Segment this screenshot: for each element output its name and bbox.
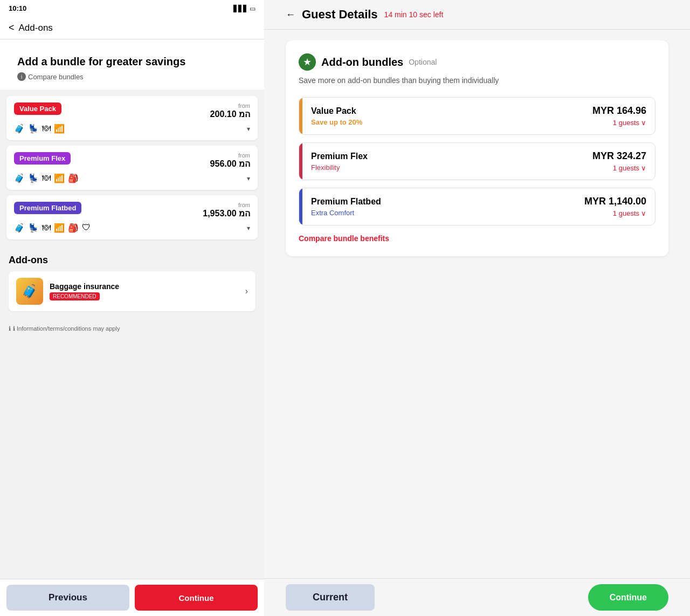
premium-flex-guests[interactable]: 1 guests ∨ <box>592 164 646 172</box>
web-bundle-item-value-pack[interactable]: Value Pack Save up to 20% MYR 164.96 1 g… <box>299 97 656 135</box>
web-bundle-item-premium-flatbed[interactable]: Premium Flatbed Extra Comfort MYR 1,140.… <box>299 188 656 225</box>
seat-icon: 💺 <box>28 223 39 233</box>
wifi-icon: 📶 <box>54 173 65 183</box>
premium-flatbed-price: from 1,953.00 המ <box>203 202 250 218</box>
right-panel: ← Guest Details 14 min 10 sec left ★ Add… <box>264 0 690 616</box>
info-icon: i <box>17 72 26 81</box>
value-pack-name: Value Pack <box>311 106 362 116</box>
current-button[interactable]: Current <box>286 584 375 611</box>
battery-icon: ▭ <box>250 5 256 12</box>
web-card-subtitle: Save more on add-on bundles than buying … <box>299 75 656 86</box>
seat-icon: 💺 <box>28 124 39 134</box>
previous-button[interactable]: Previous <box>6 585 129 611</box>
addons-section: Add-ons 🧳 Baggage insurance RECOMMENDED … <box>0 246 264 320</box>
chevron-down-icon: ∨ <box>641 164 646 172</box>
disclaimer-icon: ℹ <box>9 325 11 332</box>
value-pack-badge: Value Pack <box>14 102 61 115</box>
value-pack-tag: Save up to 20% <box>311 118 362 126</box>
web-back-arrow-icon[interactable]: ← <box>286 9 295 20</box>
status-time: 10:10 <box>9 4 26 12</box>
addons-section-title: Add-ons <box>9 255 256 266</box>
web-card-title: Add-on bundles <box>321 56 403 69</box>
mobile-content: Add a bundle for greater savings i Compa… <box>0 39 264 616</box>
web-timer: 14 min 10 sec left <box>384 10 444 19</box>
web-bundle-content: Premium Flex Flexibility MYR 324.27 1 gu… <box>302 143 655 180</box>
meal-icon: 🍽 <box>42 223 51 233</box>
web-bundle-item-premium-flex[interactable]: Premium Flex Flexibility MYR 324.27 1 gu… <box>299 142 656 180</box>
web-bundle-list: Value Pack Save up to 20% MYR 164.96 1 g… <box>299 97 656 225</box>
mobile-status-bar: 10:10 ▋▋▋ ▭ <box>0 0 264 17</box>
mobile-header: < Add-ons <box>0 17 264 39</box>
compare-bundles-link[interactable]: i Compare bundles <box>9 70 256 87</box>
value-pack-icons-row: 🧳 💺 🍽 📶 ▾ <box>14 124 250 134</box>
meal-icon: 🍽 <box>42 173 51 183</box>
value-pack-price-right: MYR 164.96 1 guests ∨ <box>592 105 646 127</box>
disclaimer: ℹ ℹ Information/terms/conditions may app… <box>0 320 264 365</box>
premium-flex-tag: Flexibility <box>311 163 368 172</box>
web-header: ← Guest Details 14 min 10 sec left <box>264 0 690 29</box>
value-pack-price: from 200.10 המ <box>210 102 250 119</box>
premium-flex-badge: Premium Flex <box>14 152 71 165</box>
premium-flex-name: Premium Flex <box>311 152 368 161</box>
value-pack-guests[interactable]: 1 guests ∨ <box>592 119 646 127</box>
value-pack-price-web: MYR 164.96 <box>592 105 646 117</box>
chevron-down-icon: ∨ <box>641 119 646 127</box>
value-pack-dropdown[interactable]: ▾ <box>247 125 250 133</box>
addon-name: Baggage insurance <box>50 282 119 291</box>
premium-flatbed-guests[interactable]: 1 guests ∨ <box>584 209 646 217</box>
addon-recommended-badge: RECOMMENDED <box>50 292 100 300</box>
premium-flex-icons: 🧳 💺 🍽 📶 🎒 <box>14 173 79 183</box>
mobile-header-title: Add-ons <box>19 23 53 33</box>
bundle-card-value-pack[interactable]: Value Pack from 200.10 המ 🧳 💺 🍽 📶 ▾ <box>6 96 258 140</box>
wifi-icon: 📶 <box>54 223 65 233</box>
bundle-card-premium-flex[interactable]: Premium Flex from 956.00 המ 🧳 💺 🍽 📶 🎒 ▾ <box>6 146 258 190</box>
bag-icon: 🎒 <box>68 223 79 233</box>
premium-flex-icons-row: 🧳 💺 🍽 📶 🎒 ▾ <box>14 173 250 183</box>
premium-flex-price-web: MYR 324.27 <box>592 150 646 162</box>
web-card-optional: Optional <box>409 58 437 66</box>
premium-flatbed-name: Premium Flatbed <box>311 197 381 207</box>
status-icons: ▋▋▋ ▭ <box>233 5 256 12</box>
star-icon: ★ <box>299 53 316 71</box>
addon-info: Baggage insurance RECOMMENDED <box>50 282 119 300</box>
bundle-section-title: Add a bundle for greater savings <box>9 47 256 70</box>
back-arrow-icon[interactable]: < <box>9 22 15 33</box>
web-divider <box>264 29 690 30</box>
suitcase-icon: 🧳 <box>14 124 25 134</box>
disclaimer-text: ℹ Information/terms/conditions may apply <box>13 325 120 332</box>
addon-card-baggage[interactable]: 🧳 Baggage insurance RECOMMENDED › <box>9 271 256 311</box>
suitcase-icon: 🧳 <box>14 223 25 233</box>
web-card-header: ★ Add-on bundles Optional <box>299 53 656 71</box>
premium-flatbed-icons-row: 🧳 💺 🍽 📶 🎒 🛡 ▾ <box>14 223 250 233</box>
continue-button-left[interactable]: Continue <box>135 585 258 611</box>
premium-flatbed-price-web: MYR 1,140.00 <box>584 196 646 207</box>
premium-flatbed-dropdown[interactable]: ▾ <box>247 224 250 232</box>
meal-icon: 🍽 <box>42 124 51 134</box>
addon-bundles-card: ★ Add-on bundles Optional Save more on a… <box>286 40 668 256</box>
suitcase-icon: 🧳 <box>14 173 25 183</box>
web-bundle-content: Value Pack Save up to 20% MYR 164.96 1 g… <box>302 98 655 134</box>
mobile-bottom-bar: Previous Continue <box>0 579 264 616</box>
shield-icon: 🛡 <box>82 223 91 233</box>
value-pack-icons: 🧳 💺 🍽 📶 <box>14 124 65 134</box>
bundle-card-premium-flatbed[interactable]: Premium Flatbed from 1,953.00 המ 🧳 💺 🍽 📶… <box>6 195 258 239</box>
signal-icon: ▋▋▋ <box>233 5 248 12</box>
web-bottom-bar: Current Continue <box>264 578 690 616</box>
premium-flatbed-tag: Extra Comfort <box>311 209 381 217</box>
bundle-section-header: Add a bundle for greater savings i Compa… <box>0 39 264 90</box>
compare-bundle-benefits-link[interactable]: Compare bundle benefits <box>299 234 389 243</box>
baggage-icon: 🧳 <box>16 278 43 305</box>
chevron-down-icon: ∨ <box>641 209 646 217</box>
wifi-icon: 📶 <box>54 124 65 134</box>
premium-flex-price: from 956.00 המ <box>210 152 250 169</box>
premium-flatbed-price-right: MYR 1,140.00 1 guests ∨ <box>584 196 646 217</box>
web-header-title: Guest Details <box>302 8 378 22</box>
continue-button-right[interactable]: Continue <box>588 584 668 611</box>
bundle-cards-section: Value Pack from 200.10 המ 🧳 💺 🍽 📶 ▾ <box>0 90 264 246</box>
web-bundle-content: Premium Flatbed Extra Comfort MYR 1,140.… <box>302 188 655 225</box>
premium-flex-price-right: MYR 324.27 1 guests ∨ <box>592 150 646 172</box>
premium-flex-dropdown[interactable]: ▾ <box>247 175 250 182</box>
premium-flatbed-badge: Premium Flatbed <box>14 202 81 214</box>
bag-icon: 🎒 <box>68 173 79 183</box>
left-panel: 10:10 ▋▋▋ ▭ < Add-ons Add a bundle for g… <box>0 0 264 616</box>
